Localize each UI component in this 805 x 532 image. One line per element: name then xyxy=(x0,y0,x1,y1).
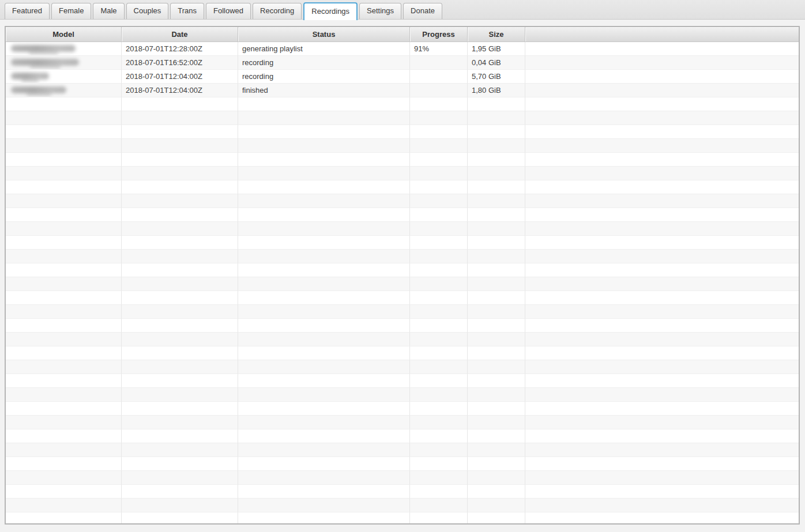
cell-size-empty xyxy=(468,208,525,222)
cell-date-empty xyxy=(122,443,238,457)
cell-size-empty xyxy=(468,443,525,457)
tab-followed[interactable]: Followed xyxy=(206,3,251,19)
cell-size: 5,70 GiB xyxy=(468,70,525,84)
column-header-size[interactable]: Size xyxy=(468,27,525,42)
empty-row xyxy=(6,512,799,525)
cell-size-empty xyxy=(468,457,525,471)
cell-size-empty xyxy=(468,388,525,402)
cell-model-empty xyxy=(6,139,122,153)
cell-extra-empty xyxy=(525,180,799,194)
recording-row[interactable]: 2018-07-01T12:04:00Zrecording5,70 GiB xyxy=(6,70,799,84)
redacted-model-name xyxy=(11,59,79,66)
empty-row xyxy=(6,208,799,222)
empty-row xyxy=(6,97,799,111)
cell-extra-empty xyxy=(525,512,799,525)
empty-row xyxy=(6,416,799,429)
tab-recording[interactable]: Recording xyxy=(253,3,302,19)
cell-status-empty xyxy=(238,180,410,194)
cell-status-empty xyxy=(238,263,410,277)
cell-date-empty xyxy=(122,277,238,291)
cell-date-empty xyxy=(122,499,238,512)
cell-status-empty xyxy=(238,139,410,153)
cell-date: 2018-07-01T12:04:00Z xyxy=(122,84,238,97)
recording-row[interactable]: 2018-07-01T16:52:00Zrecording0,04 GiB xyxy=(6,56,799,70)
column-header-date[interactable]: Date xyxy=(122,27,238,42)
cell-date-empty xyxy=(122,208,238,222)
cell-extra-empty xyxy=(525,374,799,388)
cell-date-empty xyxy=(122,374,238,388)
cell-model-empty xyxy=(6,277,122,291)
cell-status-empty xyxy=(238,443,410,457)
recordings-table: ModelDateStatusProgressSize 2018-07-01T1… xyxy=(6,27,799,525)
cell-size: 0,04 GiB xyxy=(468,56,525,70)
cell-size-empty xyxy=(468,499,525,512)
cell-size: 1,95 GiB xyxy=(468,42,525,56)
cell-model-empty xyxy=(6,416,122,429)
cell-size: 1,80 GiB xyxy=(468,84,525,97)
cell-model-empty xyxy=(6,250,122,263)
tab-male[interactable]: Male xyxy=(93,3,124,19)
column-header-status[interactable]: Status xyxy=(238,27,410,42)
cell-extra-empty xyxy=(525,277,799,291)
cell-status: recording xyxy=(238,70,410,84)
cell-progress-empty xyxy=(410,277,468,291)
cell-date-empty xyxy=(122,180,238,194)
empty-row xyxy=(6,485,799,499)
cell-model-empty xyxy=(6,374,122,388)
empty-row xyxy=(6,180,799,194)
cell-model-empty xyxy=(6,443,122,457)
cell-model-empty xyxy=(6,111,122,125)
cell-status-empty xyxy=(238,360,410,374)
tab-recordings[interactable]: Recordings xyxy=(303,2,358,20)
tab-settings[interactable]: Settings xyxy=(359,3,401,19)
cell-model-empty xyxy=(6,222,122,236)
tab-featured[interactable]: Featured xyxy=(5,3,50,19)
cell-extra xyxy=(525,70,799,84)
cell-progress-empty xyxy=(410,222,468,236)
cell-size-empty xyxy=(468,236,525,250)
cell-progress-empty xyxy=(410,111,468,125)
cell-size-empty xyxy=(468,416,525,429)
cell-model-empty xyxy=(6,305,122,319)
cell-status-empty xyxy=(238,97,410,111)
redacted-model-name xyxy=(11,73,49,80)
cell-progress-empty xyxy=(410,208,468,222)
column-header-model[interactable]: Model xyxy=(6,27,122,42)
cell-size-empty xyxy=(468,263,525,277)
empty-row xyxy=(6,125,799,139)
tab-female[interactable]: Female xyxy=(51,3,91,19)
cell-status-empty xyxy=(238,277,410,291)
cell-progress-empty xyxy=(410,139,468,153)
cell-status-empty xyxy=(238,333,410,346)
tab-donate[interactable]: Donate xyxy=(403,3,442,19)
cell-size-empty xyxy=(468,429,525,443)
cell-status-empty xyxy=(238,194,410,208)
cell-date-empty xyxy=(122,485,238,499)
cell-size-empty xyxy=(468,153,525,167)
cell-date-empty xyxy=(122,236,238,250)
recording-row[interactable]: 2018-07-01T12:28:00Zgenerating playlist9… xyxy=(6,42,799,56)
cell-model xyxy=(6,42,122,56)
recording-row[interactable]: 2018-07-01T12:04:00Zfinished1,80 GiB xyxy=(6,84,799,97)
cell-extra-empty xyxy=(525,305,799,319)
cell-extra-empty xyxy=(525,222,799,236)
cell-extra-empty xyxy=(525,250,799,263)
empty-row xyxy=(6,443,799,457)
cell-progress-empty xyxy=(410,374,468,388)
cell-model-empty xyxy=(6,236,122,250)
tab-couples[interactable]: Couples xyxy=(126,3,169,19)
cell-status-empty xyxy=(238,499,410,512)
tab-trans[interactable]: Trans xyxy=(170,3,204,19)
cell-model-empty xyxy=(6,125,122,139)
cell-progress xyxy=(410,84,468,97)
empty-row xyxy=(6,388,799,402)
column-header-progress[interactable]: Progress xyxy=(410,27,468,42)
cell-model-empty xyxy=(6,97,122,111)
cell-date-empty xyxy=(122,97,238,111)
cell-progress-empty xyxy=(410,471,468,485)
cell-progress-empty xyxy=(410,402,468,416)
cell-progress-empty xyxy=(410,443,468,457)
cell-date-empty xyxy=(122,111,238,125)
cell-status-empty xyxy=(238,167,410,180)
cell-extra-empty xyxy=(525,457,799,471)
